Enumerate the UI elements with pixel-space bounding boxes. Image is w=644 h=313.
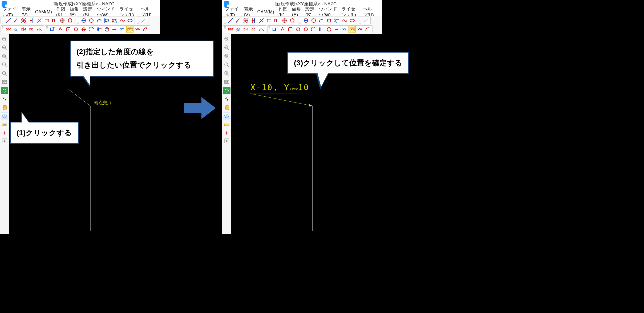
tb-tan3-icon[interactable] — [325, 17, 333, 24]
tb-xy-icon[interactable]: XY — [119, 26, 126, 33]
tb-line2-icon[interactable] — [140, 17, 147, 24]
tb-circle-3pt-icon[interactable] — [310, 17, 317, 24]
tb-dd-icon[interactable]: DD — [28, 26, 35, 33]
vtb-zoom-half-icon[interactable]: ½ — [1, 53, 8, 60]
vtb-undo-redo-icon[interactable] — [223, 95, 230, 103]
tb-ddd-icon[interactable]: DDD — [227, 26, 234, 33]
tb-angle-line-icon[interactable] — [12, 17, 19, 24]
vtb-fit-icon[interactable]: FIT — [1, 78, 8, 86]
tb-angle-line-icon[interactable] — [234, 17, 242, 24]
tb-tan3-icon[interactable] — [103, 17, 110, 24]
vtb-pan-hand-icon[interactable] — [1, 104, 8, 111]
tb-parallel-icon[interactable] — [250, 17, 257, 24]
vtb-zoom-in-icon[interactable] — [223, 35, 230, 43]
tb-polyline-icon[interactable] — [51, 17, 58, 24]
tb-circle-dia-icon[interactable] — [80, 17, 87, 24]
vtb-zoom-icon[interactable] — [223, 61, 230, 69]
tb-pick-icon[interactable] — [279, 26, 286, 33]
tb-circle-tool1-icon[interactable] — [72, 26, 79, 33]
tb-center-circle-icon[interactable] — [281, 17, 288, 24]
menu-cam[interactable]: CAM(M) — [257, 9, 274, 15]
tb-xy-box-icon[interactable]: XY — [349, 26, 356, 33]
tb-fillet-icon[interactable] — [64, 26, 72, 33]
tb-tangent-circles-icon[interactable] — [20, 17, 27, 24]
tb-polyline-icon[interactable] — [273, 17, 280, 24]
tb-xy-box-icon[interactable]: XY — [126, 26, 133, 33]
tb-perp-icon[interactable] — [258, 17, 265, 24]
tb-dim-v-icon[interactable] — [318, 26, 325, 33]
tb-arc-dim-icon[interactable] — [142, 26, 149, 33]
tb-center-circle-icon[interactable] — [59, 17, 66, 24]
tb-line-icon[interactable] — [227, 17, 234, 24]
tb-did-icon[interactable]: Dd — [20, 26, 27, 33]
vtb-undo-redo-icon[interactable] — [1, 95, 8, 103]
tb-fillet-icon[interactable] — [287, 26, 294, 33]
vtb-zoom-x2-icon[interactable]: x2 — [223, 44, 230, 51]
tb-arc-dim-icon[interactable] — [364, 26, 371, 33]
vtb-zoom-half-icon[interactable]: ½ — [223, 53, 230, 60]
vtb-refresh-icon[interactable] — [1, 87, 8, 94]
vtb-layers-icon[interactable] — [223, 112, 230, 120]
vtb-zoom-icon[interactable] — [1, 61, 8, 69]
vtb-zoom1-icon[interactable]: 1 — [223, 70, 230, 77]
vtb-layers-icon[interactable] — [1, 112, 8, 120]
vtb-zoom-in-icon[interactable] — [1, 35, 8, 43]
tb-tan2-icon[interactable] — [111, 17, 118, 24]
tb-circle-3pt-icon[interactable] — [88, 17, 95, 24]
tb-dd-icon[interactable]: DD — [250, 26, 257, 33]
tb-tan2-icon[interactable] — [333, 17, 340, 24]
tb-arc-tool-icon[interactable] — [310, 26, 317, 33]
tb-xy-icon[interactable]: XY — [341, 26, 348, 33]
tb-vvv-icon[interactable] — [134, 26, 141, 33]
tb-dd-arc-icon[interactable]: DD — [12, 26, 19, 33]
tb-protractor-icon[interactable] — [258, 26, 265, 33]
tb-tangent-circles-icon[interactable] — [242, 17, 249, 24]
tb-line2-icon[interactable] — [362, 17, 369, 24]
vtb-origin-icon[interactable]: + — [223, 129, 230, 137]
tb-pick-icon[interactable] — [57, 26, 64, 33]
vtb-zoom1-icon[interactable]: 1 — [1, 70, 8, 77]
tb-arc-seg-icon[interactable] — [103, 26, 110, 33]
tb-protractor-icon[interactable] — [35, 26, 43, 33]
tb-arrow-icon[interactable] — [111, 26, 118, 33]
tb-ellipse-icon[interactable] — [349, 17, 356, 24]
tb-arc-seg-icon[interactable] — [325, 26, 333, 33]
tb-dim-v-icon[interactable] — [95, 26, 103, 33]
svg-point-44 — [61, 29, 62, 30]
vtb-pan-hand-icon[interactable] — [223, 104, 230, 111]
tb-circle-tool1-icon[interactable] — [294, 26, 302, 33]
tb-circle-tool2-icon[interactable] — [80, 26, 87, 33]
tb-polygon-icon[interactable] — [66, 17, 74, 24]
tb-wave-icon[interactable] — [119, 17, 126, 24]
menu-cam[interactable]: CAM(M) — [35, 9, 52, 15]
tb-trim-rect-icon[interactable] — [271, 26, 278, 33]
vtb-scroll-down-icon[interactable]: ▾ — [2, 138, 7, 143]
tb-arc-icon[interactable] — [95, 17, 103, 24]
tb-circle-dia-icon[interactable] — [302, 17, 309, 24]
tb-ddd-icon[interactable]: DDD — [5, 26, 12, 33]
vtb-fit-icon[interactable]: FIT — [223, 78, 230, 86]
tb-trim-rect-icon[interactable] — [49, 26, 56, 33]
tb-circle-tool2-icon[interactable] — [302, 26, 309, 33]
tb-line-icon[interactable] — [5, 17, 12, 24]
tb-dd-arc-icon[interactable]: DD — [234, 26, 242, 33]
tb-rect-icon[interactable] — [43, 17, 50, 24]
vtb-zoom-x2-icon[interactable]: x2 — [1, 44, 8, 51]
tb-arrow-icon[interactable] — [333, 26, 340, 33]
tb-ellipse-icon[interactable] — [126, 17, 133, 24]
tb-rect-icon[interactable] — [265, 17, 273, 24]
tb-polygon-icon[interactable] — [289, 17, 296, 24]
tb-vvv-icon[interactable] — [356, 26, 363, 33]
tb-arc-tool-icon[interactable] — [88, 26, 95, 33]
tb-wave-icon[interactable] — [341, 17, 348, 24]
tb-did-icon[interactable]: Dd — [242, 26, 249, 33]
vtb-origin-icon[interactable]: + — [1, 129, 8, 137]
tb-perp-icon[interactable] — [35, 17, 43, 24]
tb-parallel-icon[interactable] — [28, 17, 35, 24]
vtb-ruler-icon[interactable] — [1, 121, 8, 128]
vtb-scroll-down-icon[interactable]: ▾ — [224, 138, 229, 143]
tb-arc-icon[interactable] — [318, 17, 325, 24]
vtb-ruler-icon[interactable] — [223, 121, 230, 128]
svg-marker-92 — [184, 97, 216, 119]
vtb-refresh-icon[interactable] — [223, 87, 230, 94]
